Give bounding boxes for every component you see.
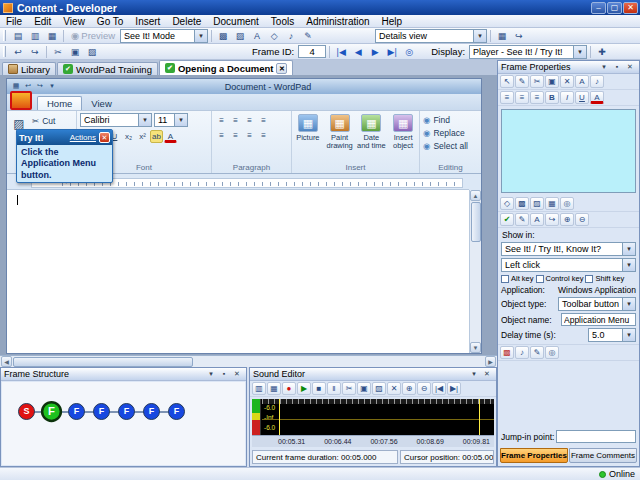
align-center-icon[interactable]: ≡	[229, 129, 242, 142]
ribbon-tab[interactable]: View	[82, 97, 120, 110]
menu-item[interactable]: Document	[207, 15, 265, 28]
font-color-icon[interactable]: A	[164, 130, 177, 143]
frame-node[interactable]: F	[143, 403, 160, 420]
insert-item-button[interactable]: ▦ Picture	[293, 111, 323, 151]
editing-item-button[interactable]: ◉ Find	[420, 113, 481, 126]
toolbar-grip[interactable]	[3, 30, 6, 41]
chevron-down-icon[interactable]: ▾	[622, 259, 635, 271]
scroll-down-icon[interactable]: ▼	[470, 342, 481, 353]
zoom-in-icon[interactable]: ⊕	[402, 382, 416, 395]
chevron-down-icon[interactable]: ▾	[174, 114, 187, 126]
show-in-select[interactable]: See It! / Try It!, Know It? ▾	[501, 242, 636, 256]
font-size-select[interactable]: 11 ▾	[154, 113, 188, 127]
justify-icon[interactable]: ≡	[257, 129, 270, 142]
balloon-text-area[interactable]	[501, 109, 636, 193]
details-view-select[interactable]: Details view ▾	[375, 29, 487, 43]
text-edit-icon[interactable]: ✎	[530, 346, 544, 359]
document-tab[interactable]: ✔ WordPad Training ✕	[57, 62, 158, 75]
frame-node[interactable]: S	[18, 403, 35, 420]
mode-select[interactable]: See It! Mode ▾	[120, 29, 208, 43]
paste-icon[interactable]: ▨	[84, 45, 100, 59]
end-marker[interactable]	[479, 399, 480, 435]
menu-item[interactable]: Tools	[265, 15, 300, 28]
insert-item-button[interactable]: ▦ Date and time	[356, 111, 386, 151]
chevron-down-icon[interactable]: ▾	[194, 30, 207, 42]
chevron-down-icon[interactable]: ▾	[46, 81, 58, 92]
timeline-ruler[interactable]: 00:05.3100:06.4400:07.5600:08.6900:09.81	[252, 435, 494, 447]
menu-item[interactable]: View	[57, 15, 91, 28]
goto-end-icon[interactable]: ▶|	[447, 382, 461, 395]
editing-item-button[interactable]: ◉ Replace	[420, 126, 481, 139]
scroll-left-icon[interactable]: ◀	[1, 356, 12, 367]
align-right-icon[interactable]: ≡	[243, 129, 256, 142]
balloon-shape-icon[interactable]: ◇	[500, 197, 514, 210]
scroll-up-icon[interactable]: ▲	[470, 190, 481, 201]
audio-icon[interactable]: ♪	[283, 29, 299, 43]
document-tab[interactable]: ✔ Library ✕	[2, 62, 56, 75]
panel-bottom-tab[interactable]: Frame Properties	[500, 448, 568, 463]
zoom-out-icon[interactable]: ⊖	[575, 213, 589, 226]
line-spacing-icon[interactable]: ≡	[257, 114, 270, 127]
pencil-icon[interactable]: ✎	[300, 29, 316, 43]
modifier-key-checkbox[interactable]: Alt key	[501, 274, 534, 283]
menu-item[interactable]: Delete	[166, 15, 207, 28]
scroll-thumb[interactable]	[13, 357, 193, 367]
panel-close-icon[interactable]: ✕	[481, 369, 493, 380]
text-icon[interactable]: A	[575, 75, 589, 88]
target-icon[interactable]: ◎	[560, 197, 574, 210]
capture-icon[interactable]: ▩	[215, 29, 231, 43]
callout-actions-link[interactable]: Actions	[70, 133, 96, 142]
waveform-display[interactable]: -6.0 -Inf -6.0	[252, 399, 494, 435]
bold-icon[interactable]: B	[545, 91, 559, 104]
chevron-down-icon[interactable]: ▾	[473, 30, 486, 42]
pause-icon[interactable]: ‖	[327, 382, 341, 395]
chevron-down-icon[interactable]: ▾	[138, 114, 151, 126]
menu-item[interactable]: Insert	[129, 15, 166, 28]
underline-icon[interactable]: U	[575, 91, 589, 104]
decrease-indent-icon[interactable]: ≡	[215, 114, 228, 127]
stop-icon[interactable]: ■	[312, 382, 326, 395]
delete-icon[interactable]: ✕	[560, 75, 574, 88]
pin-icon[interactable]: ▪	[218, 369, 230, 380]
editor-horizontal-scrollbar[interactable]: ◀ ▶	[0, 355, 497, 367]
chevron-down-icon[interactable]: ▾	[468, 369, 480, 380]
open-icon[interactable]: ▥	[27, 29, 43, 43]
jump-in-input[interactable]	[556, 430, 636, 443]
capture-icon[interactable]: ▩	[500, 346, 514, 359]
copy-icon[interactable]: ▣	[357, 382, 371, 395]
tab-close-icon[interactable]: ✕	[276, 63, 287, 74]
copy-icon[interactable]: ▣	[67, 45, 83, 59]
close-button[interactable]: ✕	[623, 2, 638, 14]
wordpad-redo-icon[interactable]: ↪	[34, 81, 46, 92]
cut-button[interactable]: ✂ Cut	[32, 114, 55, 127]
increase-indent-icon[interactable]: ≡	[229, 114, 242, 127]
delete-icon[interactable]: ✕	[387, 382, 401, 395]
settings-icon[interactable]: ✚	[594, 45, 610, 59]
scroll-right-icon[interactable]: ▶	[485, 356, 496, 367]
callout-close-icon[interactable]: ✕	[99, 132, 110, 143]
goto-frame-icon[interactable]: ◎	[401, 45, 417, 59]
menu-item[interactable]: Help	[376, 15, 409, 28]
delay-time-select[interactable]: 5.0 ▾	[588, 328, 636, 342]
chevron-down-icon[interactable]: ▾	[598, 62, 610, 73]
redo-icon[interactable]: ↪	[27, 45, 43, 59]
checkbox-icon[interactable]	[585, 275, 593, 283]
document-tab[interactable]: ✔ Opening a Document ✕	[159, 60, 294, 75]
menu-item[interactable]: Edit	[28, 15, 57, 28]
edit-icon[interactable]: ✎	[515, 213, 529, 226]
playback-cursor[interactable]	[279, 399, 280, 435]
font-color-icon[interactable]: A	[590, 91, 604, 104]
grid-icon[interactable]: ▦	[545, 197, 559, 210]
image-icon[interactable]: ▨	[530, 197, 544, 210]
goto-start-icon[interactable]: |◀	[432, 382, 446, 395]
menu-item[interactable]: Go To	[91, 15, 130, 28]
preview-button[interactable]: ◉ Preview	[67, 29, 119, 43]
align-left-icon[interactable]: ≡	[500, 91, 514, 104]
align-center-icon[interactable]: ≡	[515, 91, 529, 104]
maximize-button[interactable]: ▢	[607, 2, 622, 14]
play-icon[interactable]: ▶	[297, 382, 311, 395]
new-icon[interactable]: ▤	[10, 29, 26, 43]
zoom-in-icon[interactable]: ⊕	[560, 213, 574, 226]
chevron-down-icon[interactable]: ▾	[622, 243, 635, 255]
audio-icon[interactable]: ♪	[515, 346, 529, 359]
